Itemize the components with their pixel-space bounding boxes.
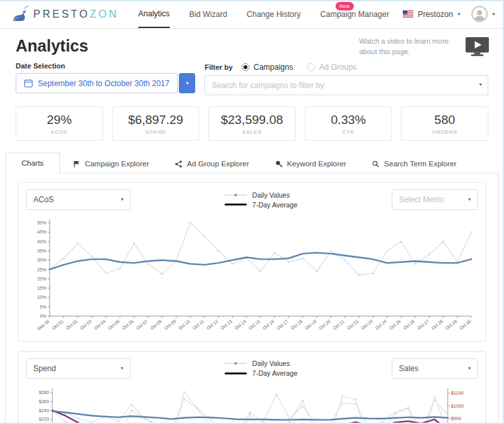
svg-text:$260: $260 xyxy=(39,399,50,404)
kpi-label: SALES xyxy=(209,129,295,135)
top-navbar: PRESTOZON Analytics Bid Wizard Change Hi… xyxy=(0,0,504,29)
svg-text:Oct 14: Oct 14 xyxy=(234,319,247,331)
kpi-card-ctr: 0.33% CTR xyxy=(305,106,392,141)
radio-unselected-icon xyxy=(307,63,315,71)
chevron-down-icon: ▾ xyxy=(468,366,471,371)
svg-text:Oct 18: Oct 18 xyxy=(290,319,303,331)
svg-text:$220: $220 xyxy=(39,417,50,421)
chevron-down-icon: ▾ xyxy=(121,366,123,371)
svg-text:Oct 27: Oct 27 xyxy=(417,319,430,331)
svg-text:0%: 0% xyxy=(40,314,46,318)
radio-campaigns[interactable]: Campaigns xyxy=(242,63,293,72)
svg-text:Oct 07: Oct 07 xyxy=(135,319,148,331)
svg-text:Oct 19: Oct 19 xyxy=(304,319,317,331)
kpi-card-orders: 580 ORDERS xyxy=(401,106,488,141)
new-badge: New xyxy=(336,2,354,10)
svg-text:Oct 13: Oct 13 xyxy=(220,319,233,331)
nav-item-analytics[interactable]: Analytics xyxy=(138,0,170,28)
svg-text:Oct 30: Oct 30 xyxy=(458,319,471,331)
nav-item-campaign-manager[interactable]: New Campaign Manager xyxy=(321,0,389,28)
daily-values-swatch-icon xyxy=(225,361,247,366)
svg-text:45%: 45% xyxy=(37,230,46,234)
account-menu[interactable]: Prestozon xyxy=(418,10,453,19)
nav-item-change-history[interactable]: Change History xyxy=(247,0,301,28)
acos-chart-card: ACoS ▾ Daily Values 7-Day Average Select xyxy=(18,182,486,342)
chevron-down-icon: ▾ xyxy=(479,82,482,87)
chart-legend: Daily Values 7-Day Average xyxy=(225,359,297,377)
svg-text:Oct 24: Oct 24 xyxy=(374,319,387,331)
svg-text:Oct 10: Oct 10 xyxy=(178,319,191,331)
svg-text:Oct 15: Oct 15 xyxy=(248,319,261,331)
brand-logo[interactable]: PRESTOZON xyxy=(9,0,119,28)
video-monitor-icon[interactable] xyxy=(465,37,490,57)
svg-text:$900: $900 xyxy=(451,416,462,421)
date-selection-group: Date Selection September 30th to October… xyxy=(16,62,195,93)
svg-text:25%: 25% xyxy=(37,267,46,272)
tab-campaign-explorer[interactable]: Campaign Explorer xyxy=(60,155,162,173)
date-range-value: September 30th to October 30th 2017 xyxy=(38,79,169,88)
chevron-down-icon: ▾ xyxy=(492,12,495,17)
svg-text:Oct 26: Oct 26 xyxy=(402,319,415,331)
date-picker-dropdown-button[interactable]: ▾ xyxy=(179,73,195,93)
pelican-logo-icon xyxy=(9,5,29,23)
svg-text:30%: 30% xyxy=(37,258,46,262)
daily-values-swatch-icon xyxy=(225,192,247,198)
metric-select-spend[interactable]: Spend ▾ xyxy=(26,358,131,379)
tab-ad-group-explorer[interactable]: Ad Group Explorer xyxy=(162,155,262,173)
tab-search-term-explorer[interactable]: Search Term Explorer xyxy=(359,155,469,173)
metric-select-acos[interactable]: ACoS ▾ xyxy=(26,189,131,210)
svg-text:Sep 30: Sep 30 xyxy=(36,319,50,332)
share-nodes-icon xyxy=(175,160,182,168)
kpi-value: $23,599.08 xyxy=(209,113,295,127)
svg-text:Oct 21: Oct 21 xyxy=(332,319,345,331)
svg-text:$1000: $1000 xyxy=(451,403,464,408)
spend-sales-chart-card: Spend ▾ Daily Values 7-Day Average Sales xyxy=(18,351,486,424)
svg-text:Oct 05: Oct 05 xyxy=(107,319,120,331)
average-swatch-icon xyxy=(225,204,247,205)
metric-select-secondary[interactable]: Select Metric ▾ xyxy=(392,189,478,210)
campaign-search-input[interactable] xyxy=(204,75,488,95)
calendar-icon xyxy=(24,79,33,87)
kpi-value: 29% xyxy=(16,113,102,127)
svg-text:Oct 17: Oct 17 xyxy=(276,319,289,331)
svg-text:Oct 11: Oct 11 xyxy=(192,319,205,331)
date-selection-label: Date Selection xyxy=(16,62,195,70)
svg-text:Oct 09: Oct 09 xyxy=(163,319,176,331)
video-hint-text: Watch a video to learn more about this p… xyxy=(359,37,458,57)
kpi-label: CTR xyxy=(306,129,392,135)
svg-text:$280: $280 xyxy=(39,390,50,395)
kpi-label: ACOS xyxy=(16,129,102,135)
kpi-value: 580 xyxy=(402,113,488,127)
svg-text:20%: 20% xyxy=(37,277,46,281)
kpi-value: $6,897.29 xyxy=(113,113,199,127)
spend-sales-line-chart: $140$160$180$200$220$240$260$280$600$700… xyxy=(26,383,478,424)
acos-line-chart: 0%5%10%15%20%25%30%35%40%45%50%Sep 30Oct… xyxy=(26,214,478,339)
svg-text:40%: 40% xyxy=(37,239,46,244)
svg-text:Oct 08: Oct 08 xyxy=(150,319,163,331)
svg-text:Oct 06: Oct 06 xyxy=(121,319,134,331)
kpi-label: ORDERS xyxy=(402,129,488,135)
metric-select-sales[interactable]: Sales ▾ xyxy=(392,358,478,379)
svg-text:35%: 35% xyxy=(37,249,46,253)
tab-charts[interactable]: Charts xyxy=(5,153,60,174)
nav-item-bid-wizard[interactable]: Bid Wizard xyxy=(189,0,227,28)
svg-text:Oct 16: Oct 16 xyxy=(262,319,275,331)
charts-panel: ACoS ▾ Daily Values 7-Day Average Select xyxy=(5,173,499,424)
svg-text:Oct 29: Oct 29 xyxy=(445,319,458,331)
user-avatar[interactable] xyxy=(471,6,488,22)
radio-ad-groups[interactable]: Ad Groups xyxy=(307,63,356,72)
key-icon xyxy=(276,160,283,168)
tab-keyword-explorer[interactable]: Keyword Explorer xyxy=(262,155,360,173)
svg-text:$240: $240 xyxy=(39,408,50,412)
svg-text:Oct 20: Oct 20 xyxy=(318,319,331,331)
kpi-label: SPEND xyxy=(113,129,199,135)
date-range-picker[interactable]: September 30th to October 30th 2017 xyxy=(16,73,178,93)
svg-text:Oct 12: Oct 12 xyxy=(206,319,219,331)
chevron-down-icon: ▾ xyxy=(468,197,471,202)
svg-text:Oct 23: Oct 23 xyxy=(360,319,373,331)
svg-text:Oct 04: Oct 04 xyxy=(93,319,106,331)
svg-text:Oct 28: Oct 28 xyxy=(430,319,443,331)
chevron-down-icon: ▾ xyxy=(186,81,189,86)
kpi-card-spend: $6,897.29 SPEND xyxy=(112,106,200,141)
filter-by-label: Filter by xyxy=(204,63,232,71)
